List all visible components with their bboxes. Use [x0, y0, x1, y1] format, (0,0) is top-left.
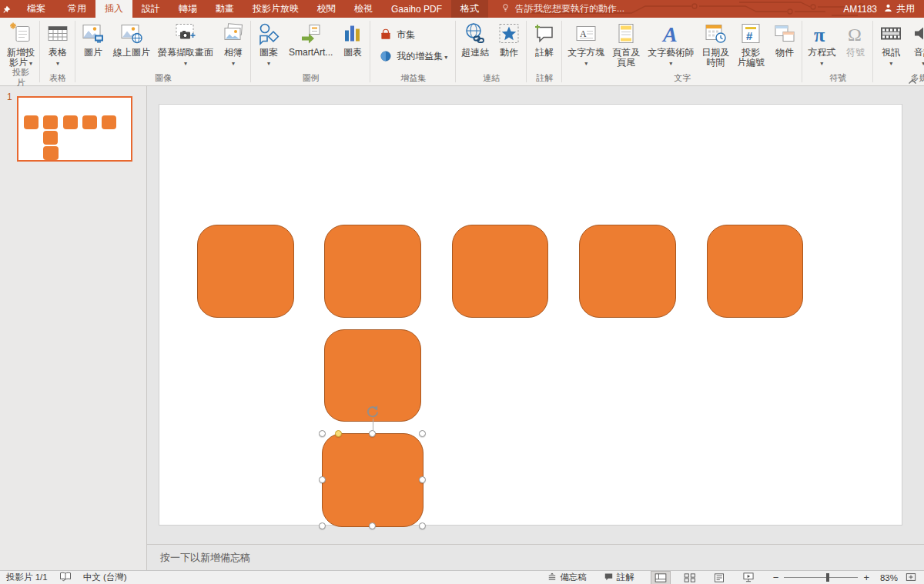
tab-review[interactable]: 校閱 — [308, 0, 345, 18]
video-button[interactable]: 視訊 — [875, 18, 907, 73]
tab-label: 設計 — [142, 2, 160, 15]
zoom-slider[interactable] — [784, 577, 858, 578]
rounded-rectangle-shape[interactable] — [452, 225, 548, 318]
share-label: 共用 — [896, 2, 915, 15]
button-label-text: 動作 — [500, 48, 518, 58]
store-button[interactable]: 市集 — [376, 27, 418, 42]
slide-sorter-view-button[interactable] — [681, 572, 699, 584]
language-indicator[interactable]: 中文 (台灣) — [83, 572, 127, 583]
tab-insert[interactable]: 插入 — [95, 0, 132, 18]
zoom-slider-thumb[interactable] — [826, 573, 829, 582]
fit-slide-button[interactable] — [906, 572, 916, 584]
shapes-button[interactable]: 圖案 — [253, 18, 285, 73]
datetime-icon — [703, 21, 728, 46]
adjust-handle[interactable] — [335, 430, 342, 437]
tab-design[interactable]: 設計 — [132, 0, 169, 18]
ribbon-group-label: 圖像 — [77, 73, 249, 85]
proofing-book-icon[interactable] — [59, 572, 72, 583]
header-footer-button[interactable]: 頁首及頁尾 — [608, 18, 644, 73]
selection-handle[interactable] — [369, 430, 376, 437]
selection-handle[interactable] — [319, 430, 326, 437]
selection-handle[interactable] — [419, 522, 426, 529]
zoom-in-button[interactable]: + — [862, 572, 871, 583]
rounded-rectangle-shape[interactable] — [324, 225, 421, 318]
my-addins-button[interactable]: 我的增益集 — [376, 48, 450, 64]
reading-view-button[interactable] — [710, 572, 728, 584]
tab-file[interactable]: 檔案 — [14, 0, 59, 18]
smartart-button[interactable]: SmartArt... — [285, 18, 336, 73]
screenshot-button[interactable]: 螢幕擷取畫面 — [154, 18, 217, 73]
symbol-button[interactable]: Ω符號 — [839, 18, 872, 73]
zoom-out-button[interactable]: − — [772, 572, 781, 583]
dropdown-arrow-icon — [669, 58, 672, 68]
selection-handle[interactable] — [419, 430, 426, 437]
slide-number-button[interactable]: #投影片編號 — [733, 18, 768, 73]
slideshow-view-button[interactable] — [739, 572, 758, 584]
tab-label: Gaaiho PDF — [391, 4, 442, 15]
textbox-icon: A — [574, 21, 598, 46]
wordart-button[interactable]: A文字藝術師 — [644, 18, 698, 73]
table-button[interactable]: 表格 — [42, 18, 74, 73]
notes-pane[interactable]: 按一下以新增備忘稿 — [147, 544, 924, 570]
ribbon-group-2: 圖片線上圖片螢幕擷取畫面相簿圖像 — [75, 18, 251, 85]
online-picture-icon — [119, 21, 144, 46]
button-label: 圖表 — [343, 48, 362, 58]
notes-toggle[interactable]: 備忘稿 — [547, 572, 587, 583]
ribbon-group-label: 增益集 — [372, 73, 454, 85]
tab-transitions[interactable]: 轉場 — [169, 0, 206, 18]
normal-view-button[interactable] — [651, 572, 670, 584]
rotate-handle-icon[interactable] — [366, 405, 380, 419]
rounded-rectangle-shape[interactable] — [579, 225, 676, 318]
equation-button[interactable]: π方程式 — [804, 18, 839, 73]
online-pictures-button[interactable]: 線上圖片 — [109, 18, 154, 73]
new-slide-button[interactable]: 新增投影片 — [3, 18, 38, 68]
text-box-button[interactable]: A文字方塊 — [564, 18, 608, 73]
button-label: SmartArt... — [289, 48, 333, 58]
thumbnail-mini-shape — [82, 115, 97, 129]
zoom-level[interactable]: 83% — [880, 573, 898, 582]
thumbnail-mini-shape — [63, 115, 78, 129]
comment-button[interactable]: 註解 — [528, 18, 561, 73]
comments-toggle[interactable]: 註解 — [604, 572, 634, 583]
button-label: 市集 — [397, 30, 415, 40]
date-time-button[interactable]: 日期及時間 — [698, 18, 733, 73]
thumbnail-mini-shape — [43, 146, 59, 160]
account-name[interactable]: AM1183 — [843, 4, 877, 15]
hyperlink-button[interactable]: 超連結 — [457, 18, 493, 73]
rounded-rectangle-shape[interactable] — [197, 225, 294, 318]
rounded-rectangle-shape[interactable] — [707, 225, 803, 318]
comments-icon — [604, 572, 614, 582]
selection-handle[interactable] — [319, 476, 326, 483]
selection-handle[interactable] — [319, 522, 326, 529]
button-label-text: 視訊 — [882, 48, 900, 58]
pictures-button[interactable]: 圖片 — [77, 18, 109, 73]
chart-button[interactable]: 圖表 — [336, 18, 369, 73]
button-label-text: 頁尾 — [617, 58, 635, 68]
selection-handle[interactable] — [419, 476, 426, 483]
selected-rounded-rectangle-shape[interactable] — [322, 433, 424, 527]
ribbon-group-label: 連結 — [457, 73, 525, 85]
tab-slideshow[interactable]: 投影片放映 — [243, 0, 308, 18]
tab-animations[interactable]: 動畫 — [206, 0, 243, 18]
slide-thumbnail[interactable] — [17, 96, 132, 162]
tell-me-box[interactable]: 告訴我您想要執行的動作... — [500, 0, 624, 18]
button-label-text: 螢幕擷取畫面 — [158, 48, 213, 58]
button-label-text: 文字藝術師 — [648, 48, 694, 58]
button-label-text: 文字方塊 — [567, 48, 604, 58]
photo-album-button[interactable]: 相簿 — [217, 18, 249, 73]
tab-format[interactable]: 格式 — [451, 0, 488, 18]
selection-handle[interactable] — [369, 522, 376, 529]
quick-access-icon[interactable] — [0, 0, 14, 18]
slide-editing-area: 按一下以新增備忘稿 — [147, 86, 924, 570]
share-button[interactable]: 共用 — [883, 2, 915, 15]
tab-gaaiho-pdf[interactable]: Gaaiho PDF — [382, 0, 451, 18]
tab-home[interactable]: 常用 — [59, 0, 95, 18]
tab-view[interactable]: 檢視 — [345, 0, 382, 18]
action-button[interactable]: 動作 — [493, 18, 525, 73]
object-button[interactable]: 物件 — [768, 18, 801, 73]
button-label-text: 圖案 — [259, 48, 278, 58]
tab-label: 轉場 — [179, 2, 197, 15]
audio-button[interactable]: 音訊 — [907, 18, 924, 73]
slide-canvas[interactable] — [159, 104, 902, 526]
collapse-ribbon-icon[interactable] — [908, 74, 917, 82]
